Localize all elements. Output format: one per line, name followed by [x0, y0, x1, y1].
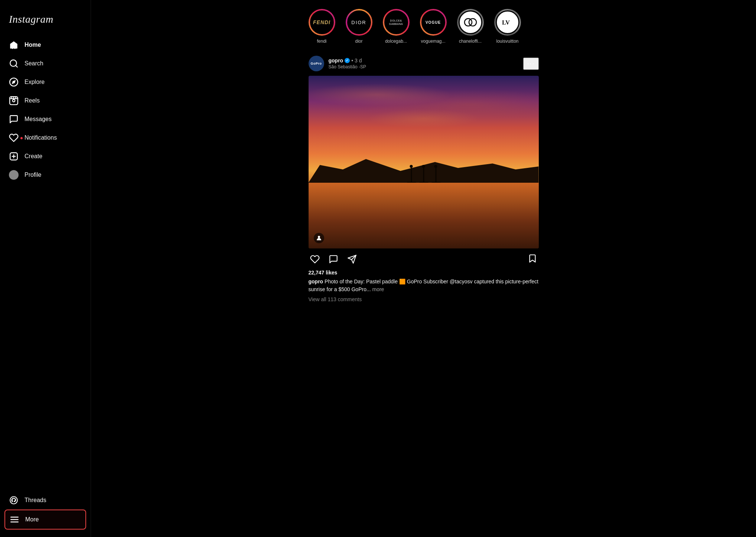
story-ring-vogue: VOGUE: [420, 9, 447, 36]
view-comments[interactable]: View all 113 comments: [309, 295, 539, 302]
explore-icon: [9, 77, 19, 87]
main-content: FENDI fendi DIOR dior DOLCE&GABBANA dolc…: [91, 0, 756, 537]
post-image-sunset: [309, 76, 539, 248]
sidebar-item-profile[interactable]: Profile: [4, 166, 86, 184]
stories-row: FENDI fendi DIOR dior DOLCE&GABBANA dolc…: [309, 0, 539, 51]
bookmark-icon: [528, 254, 537, 263]
sidebar-item-explore-label: Explore: [25, 79, 45, 85]
post-header: GoPro gopro • 3 d São Sebastião -SP ···: [309, 51, 539, 76]
search-icon: [9, 59, 19, 68]
sidebar-item-threads-label: Threads: [25, 497, 46, 504]
story-label-lv: louisvuitton: [496, 39, 518, 44]
sidebar-item-reels[interactable]: Reels: [4, 91, 86, 110]
story-label-chanel: chaneloffi...: [459, 39, 482, 44]
paddlers: [411, 168, 436, 183]
sidebar-item-notifications-label: Notifications: [25, 134, 57, 141]
caption-username[interactable]: gopro: [309, 279, 323, 284]
caption-more[interactable]: more: [372, 286, 384, 292]
sidebar-item-more[interactable]: More: [4, 510, 86, 530]
sidebar-item-search-label: Search: [25, 60, 43, 67]
paddler-2: [423, 168, 424, 183]
story-fendi[interactable]: FENDI fendi: [309, 9, 335, 44]
threads-icon: [9, 495, 19, 505]
story-avatar-lv: LV: [496, 10, 519, 34]
comment-icon: [329, 254, 338, 264]
messages-icon: [9, 114, 19, 124]
story-label-dior: dior: [355, 39, 362, 44]
heart-icon: [310, 254, 320, 264]
sidebar-item-explore[interactable]: Explore: [4, 73, 86, 91]
story-dior[interactable]: DIOR dior: [346, 9, 372, 44]
story-dolcegabbana[interactable]: DOLCE&GABBANA dolcegab...: [383, 9, 410, 44]
svg-text:LV: LV: [502, 19, 510, 26]
story-louisvuitton[interactable]: LV louisvuitton: [494, 9, 521, 44]
profile-icon: [9, 170, 19, 180]
svg-point-17: [465, 19, 472, 26]
more-icon: [10, 515, 19, 524]
sidebar: Instagram Home Search Explore: [0, 0, 91, 537]
sidebar-item-home[interactable]: Home: [4, 36, 86, 54]
svg-marker-3: [12, 80, 15, 84]
sidebar-item-messages-label: Messages: [25, 116, 52, 123]
story-ring-lv: LV: [494, 9, 521, 36]
post-avatar-inner: GoPro: [310, 57, 323, 70]
comment-button[interactable]: [327, 253, 340, 266]
post-avatar[interactable]: GoPro: [309, 56, 324, 71]
save-button[interactable]: [526, 252, 539, 266]
post-likes[interactable]: 22,747 likes: [309, 269, 539, 278]
post-time: 3 d: [355, 58, 362, 64]
svg-point-20: [318, 236, 320, 238]
sidebar-item-create-label: Create: [25, 153, 42, 160]
like-button[interactable]: [309, 253, 321, 266]
app-logo: Instagram: [4, 7, 86, 36]
sidebar-item-notifications[interactable]: Notifications: [4, 128, 86, 147]
sunset-clouds: [309, 76, 539, 171]
story-avatar-vogue: VOGUE: [421, 10, 445, 34]
story-chanel[interactable]: chaneloffi...: [457, 9, 484, 44]
story-avatar-dior: DIOR: [347, 10, 371, 34]
share-button[interactable]: [346, 253, 358, 266]
sidebar-item-more-label: More: [25, 516, 39, 523]
profile-avatar: [9, 170, 19, 180]
sidebar-item-create[interactable]: Create: [4, 147, 86, 166]
post-location[interactable]: São Sebastião -SP: [329, 64, 519, 69]
create-icon: [9, 152, 19, 161]
person-tag[interactable]: [314, 233, 324, 243]
svg-point-5: [13, 100, 15, 102]
home-icon: [9, 40, 19, 50]
story-avatar-chanel: [459, 10, 482, 34]
post-meta: gopro • 3 d São Sebastião -SP: [329, 58, 519, 69]
reels-icon: [9, 96, 19, 105]
sidebar-item-home-label: Home: [25, 42, 41, 48]
sidebar-item-threads[interactable]: Threads: [4, 491, 86, 510]
story-ring-fendi: FENDI: [309, 9, 335, 36]
story-label-dg: dolcegab...: [385, 39, 407, 44]
share-icon: [347, 254, 357, 264]
svg-point-13: [12, 172, 16, 175]
post-caption: gopro Photo of the Day: Pastel paddle 🟧 …: [309, 278, 539, 295]
paddler-3: [435, 168, 436, 183]
sidebar-item-reels-label: Reels: [25, 97, 40, 104]
story-avatar-fendi: FENDI: [310, 10, 334, 34]
caption-text: Photo of the Day: Pastel paddle 🟧 GoPro …: [309, 279, 539, 292]
post-more-button[interactable]: ···: [523, 58, 538, 70]
story-label-vogue: voguemag...: [421, 39, 445, 44]
story-ring-dg: DOLCE&GABBANA: [383, 9, 410, 36]
sidebar-item-messages[interactable]: Messages: [4, 110, 86, 128]
post-card: GoPro gopro • 3 d São Sebastião -SP ···: [309, 51, 539, 302]
post-image-container: [309, 76, 539, 248]
svg-point-18: [469, 19, 476, 26]
sidebar-item-profile-label: Profile: [25, 172, 41, 178]
story-ring-dior: DIOR: [346, 9, 372, 36]
story-avatar-dg: DOLCE&GABBANA: [384, 10, 408, 34]
post-username-row: gopro • 3 d: [329, 58, 519, 64]
post-username-text[interactable]: gopro: [329, 58, 343, 64]
notifications-icon: [9, 133, 19, 143]
svg-line-1: [16, 65, 17, 67]
paddler-1: [411, 168, 412, 183]
story-vogue[interactable]: VOGUE voguemag...: [420, 9, 447, 44]
verified-badge: [345, 58, 350, 63]
sidebar-item-search[interactable]: Search: [4, 54, 86, 73]
story-ring-chanel: [457, 9, 484, 36]
water-reflection: [309, 183, 539, 248]
